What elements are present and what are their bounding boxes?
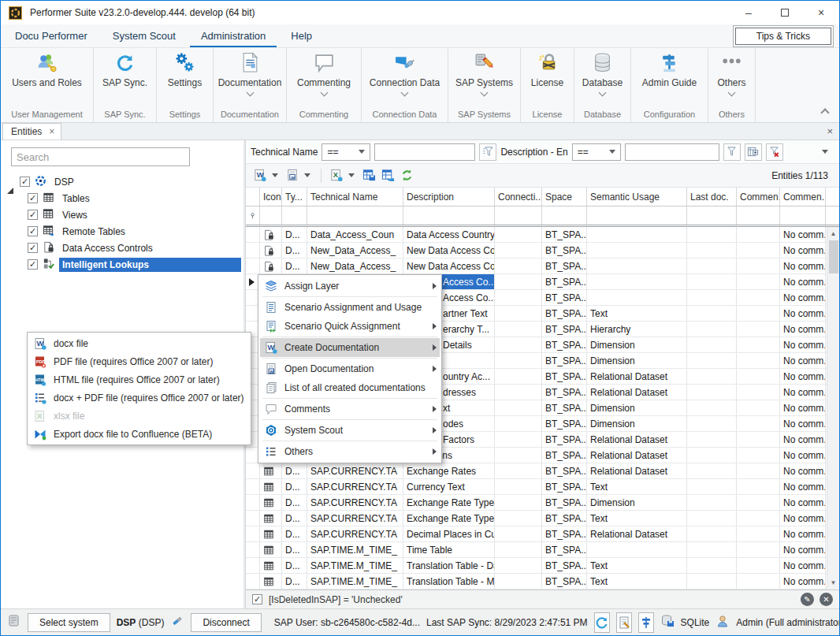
ribbon-button-documentation[interactable]: Documentation (214, 52, 286, 108)
filter-value-input[interactable] (625, 143, 719, 161)
tab-close-icon[interactable]: × (49, 126, 54, 137)
column-header-indicator[interactable] (246, 188, 260, 206)
open-word-button[interactable]: w (284, 168, 300, 184)
tree-checkbox[interactable]: ✓ (28, 243, 38, 253)
filter-funnel-button[interactable] (479, 143, 496, 161)
scroll-down-icon[interactable]: ▼ (827, 576, 839, 590)
filter-bar-dropdown-icon[interactable] (822, 150, 828, 154)
menu-item-others[interactable]: Others (260, 442, 440, 461)
sync-log-button[interactable] (616, 612, 632, 633)
scroll-up-icon[interactable]: ▲ (827, 227, 839, 240)
auto-filter-cell[interactable] (307, 206, 403, 225)
save-grid-layout-button[interactable] (361, 168, 377, 184)
collapse-ribbon-icon[interactable] (820, 108, 829, 117)
submenu-item-pdf-file-requires-office-or-later-[interactable]: PDFPDF file (requires Office 2007 or lat… (29, 352, 249, 370)
disconnect-button[interactable]: Disconnect (191, 613, 261, 632)
table-row[interactable]: D...SAP.CURRENCY.TADecimal Places in Cur… (246, 526, 839, 542)
menu-item-open-documentation[interactable]: wOpen Documentation (260, 359, 440, 378)
ribbon-button-sap-sync-[interactable]: SAP Sync. (94, 52, 156, 108)
auto-filter-cell[interactable] (737, 206, 780, 225)
column-header-technical-name[interactable]: Technical Name (307, 188, 403, 206)
auto-filter-cell[interactable] (687, 206, 737, 225)
table-row[interactable]: D...SAP.CURRENCY.TAExchange RatesBT_SPA.… (246, 463, 839, 479)
table-row[interactable]: D...SAP.CURRENCY.TAExchange Rate Type...… (246, 511, 839, 526)
tree-checkbox[interactable]: ✓ (28, 226, 38, 236)
close-button[interactable]: × (803, 1, 839, 24)
ribbon-button-sap-systems[interactable]: SAP Systems (448, 52, 520, 108)
tab-entities[interactable]: Entities × (2, 123, 61, 139)
column-header-commen-[interactable]: Commen... (780, 188, 826, 206)
tree-checkbox[interactable]: ✓ (28, 259, 38, 270)
filter-value-input[interactable] (374, 143, 475, 161)
footer-filter-checkbox[interactable]: ✓ (252, 594, 262, 604)
refresh-button[interactable] (399, 168, 414, 184)
vertical-scrollbar[interactable]: ▲ ▼ (827, 227, 839, 590)
table-row[interactable]: D...SAP.TIME.M_TIME_Translation Table - … (246, 558, 839, 574)
close-filter-icon[interactable]: ✕ (820, 593, 833, 606)
export-word-dropdown-icon[interactable] (272, 173, 278, 177)
table-row[interactable]: D...SAP.CURRENCY.TACurrency TextBT_SPA..… (246, 479, 839, 495)
submenu-item-html-file-requires-office-or-later-[interactable]: HTMLHTML file (requires Office 2007 or l… (29, 370, 249, 389)
auto-filter-cell[interactable] (260, 206, 282, 225)
auto-filter-cell[interactable] (403, 206, 495, 225)
open-word-dropdown-icon[interactable] (304, 173, 310, 177)
submenu-item-docx-pdf-file-requires-office-or-later-[interactable]: docx + PDF file (requires Office 2007 or… (29, 389, 249, 407)
export-word-button[interactable]: W (252, 168, 268, 184)
select-system-button[interactable]: Select system (28, 613, 110, 632)
filter-editor-button[interactable] (745, 143, 762, 161)
auto-filter-cell[interactable] (587, 206, 687, 225)
menu-tab-docu-performer[interactable]: Docu Performer (4, 25, 98, 47)
filter-operator-select[interactable]: == (322, 143, 370, 161)
export-excel-dropdown-icon[interactable] (348, 173, 355, 177)
column-header-commen-[interactable]: Commen... (737, 188, 780, 206)
clear-filter-button[interactable] (766, 143, 783, 161)
menu-tab-administration[interactable]: Administration (190, 25, 277, 47)
tree-checkbox[interactable]: ✓ (20, 177, 30, 187)
column-header-space[interactable]: Space (542, 188, 587, 206)
restore-grid-layout-button[interactable] (380, 168, 396, 184)
minimize-button[interactable]: – (730, 1, 767, 24)
tree-checkbox[interactable]: ✓ (28, 210, 38, 220)
tree-node-dsp[interactable]: ✓DSP (1, 173, 243, 190)
column-header-ty-[interactable]: Ty... (282, 188, 307, 206)
search-input[interactable] (11, 147, 190, 166)
maximize-button[interactable] (767, 1, 803, 24)
tips-and-tricks-button[interactable]: Tips & Tricks (735, 28, 831, 45)
table-row[interactable]: D...SAP.CURRENCY.TAExchange Rate Type...… (246, 495, 839, 511)
expand-icon[interactable] (7, 177, 15, 188)
filter-operator-select[interactable]: == (572, 143, 621, 161)
tree-node-intelligent-lookups[interactable]: ✓Intelligent Lookups (1, 256, 243, 273)
ribbon-button-commenting[interactable]: Commenting (287, 52, 361, 108)
scrollbar-thumb[interactable] (829, 240, 838, 273)
menu-item-scenario-quick-assignment[interactable]: Scenario Quick Assignment (260, 317, 440, 336)
ribbon-button-others[interactable]: Others (708, 52, 755, 108)
column-header-connecti-[interactable]: Connecti... (495, 188, 542, 206)
table-row[interactable]: D...Data_Access_CounData Access CountryB… (246, 227, 839, 243)
auto-filter-cell[interactable] (542, 206, 587, 225)
menu-item-scenario-assignment-and-usage[interactable]: Scenario Assignment and Usage (260, 298, 440, 317)
auto-filter-cell[interactable] (282, 206, 307, 225)
export-excel-button[interactable]: X (329, 168, 344, 184)
tree-checkbox[interactable]: ✓ (28, 193, 38, 203)
tree-node-data-access-controls[interactable]: ✓Data Access Controls (1, 240, 243, 256)
column-header-semantic-usage[interactable]: Semantic Usage (587, 188, 687, 206)
ribbon-button-connection-data[interactable]: Connection Data (362, 52, 448, 108)
menu-tab-help[interactable]: Help (280, 25, 323, 47)
column-header-last-doc-[interactable]: Last doc. (687, 188, 737, 206)
tabstrip-close-icon[interactable]: × (827, 125, 833, 137)
column-header-description[interactable]: Description (403, 188, 495, 206)
tree-node-views[interactable]: ✓Views (1, 206, 243, 223)
tree-node-tables[interactable]: ✓Tables (1, 190, 243, 206)
submenu-item-export-docx-file-to-confluence-beta-[interactable]: Export docx file to Confluence (BETA) (29, 425, 249, 443)
auto-filter-cell[interactable] (495, 206, 542, 225)
ribbon-button-users-and-roles[interactable]: Users and Roles (1, 52, 93, 108)
menu-item-system-scout[interactable]: System Scout (260, 421, 440, 440)
table-row[interactable]: D...New_Data_Access_New Data Access Co..… (246, 243, 839, 258)
ribbon-button-database[interactable]: Database (574, 52, 630, 108)
table-row[interactable]: D...SAP.TIME.M_TIME_Translation Table - … (246, 574, 839, 590)
menu-item-create-documentation[interactable]: WCreate Documentation (260, 338, 440, 357)
ribbon-button-admin-guide[interactable]: Admin Guide (631, 52, 708, 108)
menu-item-list-of-all-created-documentations[interactable]: List of all created documentations (260, 378, 440, 397)
menu-item-comments[interactable]: Comments (260, 400, 440, 418)
apply-filter-button[interactable] (723, 143, 741, 161)
